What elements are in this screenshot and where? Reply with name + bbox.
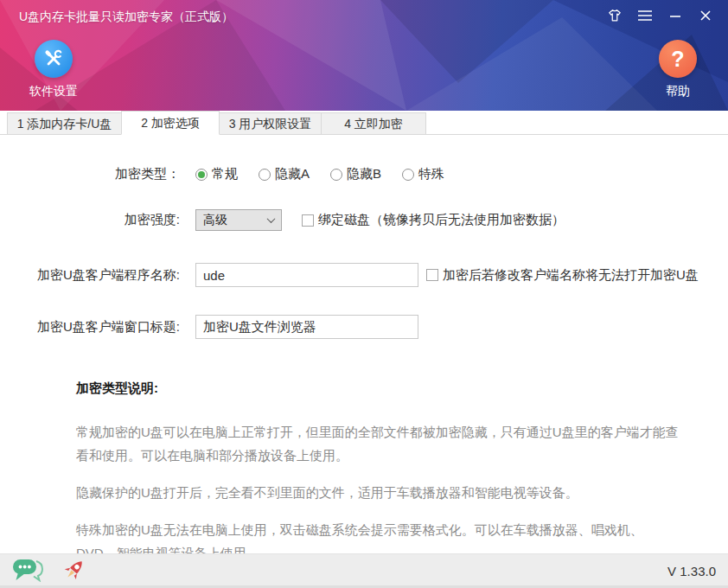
- skin-button[interactable]: [606, 9, 623, 26]
- encryption-strength-row: 加密强度: 高级 绑定磁盘（镜像拷贝后无法使用加密数据）: [0, 209, 728, 231]
- chat-support-button[interactable]: [12, 558, 43, 585]
- minimize-icon: [669, 10, 681, 25]
- tab-encrypt-options[interactable]: 2 加密选项: [121, 111, 220, 135]
- radio-icon: [330, 169, 342, 181]
- radio-normal[interactable]: 常规: [195, 166, 238, 182]
- radio-icon: [259, 169, 271, 181]
- software-settings-button[interactable]: 软件设置: [22, 40, 85, 99]
- help-label: 帮助: [666, 84, 690, 99]
- client-program-name-row: 加密U盘客户端程序名称: 加密后若修改客户端名称将无法打开加密U盘: [0, 263, 728, 287]
- question-mark-icon: ?: [659, 40, 697, 78]
- radio-icon: [402, 169, 414, 181]
- close-button[interactable]: [697, 9, 714, 26]
- encryption-type-row: 加密类型： 常规 隐藏A 隐藏B 特殊: [0, 166, 728, 182]
- description-paragraph-normal: 常规加密的U盘可以在电脑上正常打开，但里面的全部文件都被加密隐藏，只有通过U盘里…: [76, 420, 681, 467]
- rocket-icon: [62, 558, 86, 585]
- client-program-name-input[interactable]: [195, 263, 418, 287]
- radio-selected-icon: [195, 169, 208, 181]
- window-controls: [606, 9, 714, 26]
- hamburger-icon: [637, 10, 653, 25]
- chevron-down-icon: [267, 214, 276, 223]
- encryption-type-description: 加密类型说明: 常规加密的U盘可以在电脑上正常打开，但里面的全部文件都被加密隐藏…: [76, 380, 681, 565]
- checkbox-icon: [302, 214, 314, 227]
- bind-disk-label: 绑定磁盘（镜像拷贝后无法使用加密数据）: [318, 212, 565, 228]
- menu-button[interactable]: [636, 9, 654, 26]
- description-heading: 加密类型说明:: [76, 380, 681, 397]
- encryption-strength-label: 加密强度:: [0, 212, 180, 228]
- hero-header: U盘内存卡批量只读加密专家（正式版）: [0, 0, 728, 111]
- close-icon: [699, 10, 712, 25]
- encryption-type-label: 加密类型：: [0, 166, 180, 182]
- chat-icon: [12, 558, 43, 585]
- titlebar: U盘内存卡批量只读加密专家（正式版）: [0, 0, 728, 35]
- strength-select[interactable]: 高级: [195, 209, 282, 231]
- status-bar: V 1.33.0: [0, 553, 728, 588]
- tools-icon: [35, 40, 73, 78]
- client-window-title-label: 加密U盘客户端窗口标题:: [0, 319, 180, 336]
- encryption-type-options: 常规 隐藏A 隐藏B 特殊: [195, 166, 465, 182]
- version-text: V 1.33.0: [667, 564, 716, 578]
- strength-select-value: 高级: [203, 213, 227, 228]
- tshirt-icon: [606, 7, 623, 28]
- radio-special[interactable]: 特殊: [402, 166, 444, 182]
- window-title: U盘内存卡批量只读加密专家（正式版）: [19, 10, 606, 25]
- hero-buttons: 软件设置 ? 帮助: [0, 35, 728, 99]
- description-paragraph-hidden: 隐藏保护的U盘打开后，完全看不到里面的文件，适用于车载播放器和智能电视等设备。: [76, 481, 681, 504]
- app-window: U盘内存卡批量只读加密专家（正式版）: [0, 0, 728, 588]
- upgrade-button[interactable]: [62, 558, 86, 585]
- checkbox-icon: [426, 269, 438, 281]
- help-button[interactable]: ? 帮助: [647, 40, 709, 99]
- software-settings-label: 软件设置: [29, 84, 78, 99]
- radio-hidden-b[interactable]: 隐藏B: [330, 166, 381, 182]
- minimize-button[interactable]: [667, 9, 684, 26]
- tab-bar: 1 添加内存卡/U盘 2 加密选项 3 用户权限设置 4 立即加密: [0, 111, 728, 135]
- tab-page-encrypt-options: 加密类型： 常规 隐藏A 隐藏B 特殊: [0, 135, 728, 553]
- client-program-name-controls: 加密后若修改客户端名称将无法打开加密U盘: [195, 263, 699, 287]
- radio-hidden-a[interactable]: 隐藏A: [259, 166, 310, 182]
- rename-warning-label: 加密后若修改客户端名称将无法打开加密U盘: [443, 267, 699, 284]
- encryption-strength-controls: 高级 绑定磁盘（镜像拷贝后无法使用加密数据）: [195, 209, 565, 231]
- bind-disk-checkbox-group[interactable]: 绑定磁盘（镜像拷贝后无法使用加密数据）: [302, 212, 565, 228]
- client-window-title-input[interactable]: [195, 315, 418, 339]
- client-window-title-row: 加密U盘客户端窗口标题:: [0, 315, 728, 339]
- tab-add-drive[interactable]: 1 添加内存卡/U盘: [7, 112, 122, 134]
- client-window-title-controls: [195, 315, 418, 339]
- tab-encrypt-now[interactable]: 4 立即加密: [321, 112, 426, 134]
- tab-user-permissions[interactable]: 3 用户权限设置: [219, 112, 322, 134]
- client-program-name-label: 加密U盘客户端程序名称:: [0, 267, 180, 284]
- rename-warning-checkbox-group[interactable]: 加密后若修改客户端名称将无法打开加密U盘: [426, 267, 699, 284]
